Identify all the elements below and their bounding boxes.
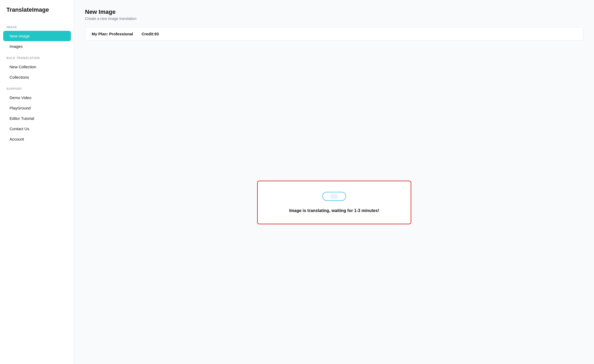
plan-label: My Plan: Professional (92, 32, 133, 36)
page-header: New Image Create a new image translation (85, 9, 583, 21)
main-content: New Image Create a new image translation… (74, 0, 594, 364)
sidebar-item-new-image[interactable]: New Image (3, 31, 71, 41)
sidebar-item-contact-us[interactable]: Contact Us (3, 124, 71, 134)
loading-spinner (322, 192, 346, 201)
page-title: New Image (85, 9, 583, 15)
sidebar-item-demo-video[interactable]: Demo Video (3, 92, 71, 103)
sidebar-item-account[interactable]: Account (3, 134, 71, 144)
sidebar-item-new-collection[interactable]: New Collection (3, 62, 71, 72)
section-label-bulk: BULK TRANSLATION (0, 52, 74, 62)
sidebar-item-playground[interactable]: PlayGround (3, 103, 71, 113)
translation-status-area: Image is translating, waiting for 1-3 mi… (85, 49, 583, 355)
section-label-support: SUPPORT (0, 82, 74, 92)
plan-bar: My Plan: Professional Credit:93 (85, 27, 583, 41)
app-logo: TranslateImage (0, 6, 74, 21)
credit-label: Credit:93 (142, 32, 159, 36)
sidebar-item-editor-tutorial[interactable]: Editor Tutorial (3, 113, 71, 124)
sidebar-item-images[interactable]: Images (3, 41, 71, 52)
translation-status-message: Image is translating, waiting for 1-3 mi… (289, 208, 379, 213)
section-label-image: IMAGE (0, 21, 74, 31)
page-subtitle: Create a new image translation (85, 16, 583, 21)
sidebar-item-collections[interactable]: Collections (3, 72, 71, 82)
translation-status-box: Image is translating, waiting for 1-3 mi… (257, 181, 411, 224)
sidebar: TranslateImage IMAGE New Image Images BU… (0, 0, 74, 364)
